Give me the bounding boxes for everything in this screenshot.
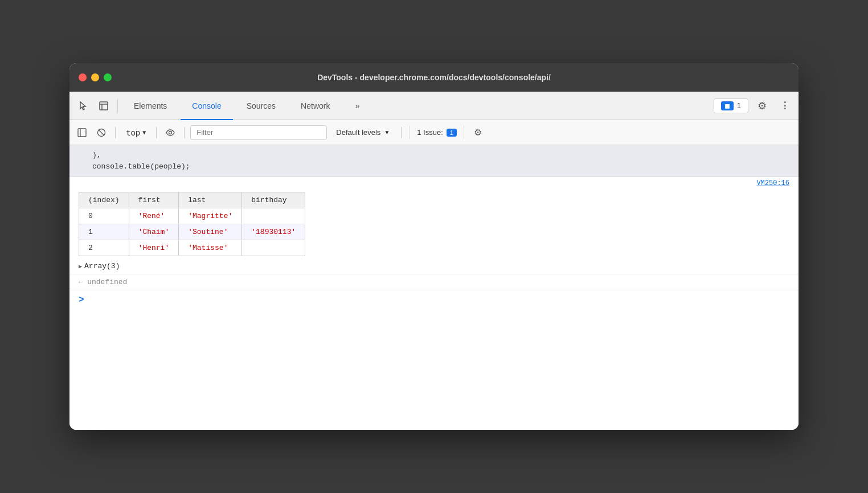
inspect-svg [99,101,109,111]
sidebar-toggle-icon[interactable] [74,125,90,141]
svg-point-7 [169,131,172,134]
toolbar-divider-3 [184,127,185,138]
console-code-block: ), console.table(people); [69,145,799,177]
cell-last-0: 'Magritte' [179,208,242,224]
cursor-svg [78,101,88,111]
console-table: (index) first last birthday 0 'René' 'Ma… [79,192,305,256]
cell-index-1: 1 [79,224,129,240]
tab-network[interactable]: Network [289,92,341,120]
cell-birthday-1: '18930113' [242,224,305,240]
traffic-lights [79,73,112,81]
toolbar-divider-2 [156,127,157,138]
issue-icon: ◼ [721,101,734,110]
toolbar-divider-4 [401,127,402,138]
col-header-last: last [179,192,242,208]
console-prompt[interactable]: > [69,290,799,310]
inspect-icon[interactable] [95,97,113,115]
code-line-1: ), [92,150,789,161]
col-header-birthday: birthday [242,192,305,208]
undefined-value: undefined [87,278,127,286]
expand-triangle-icon: ▶ [79,263,82,270]
cell-birthday-0 [242,208,305,224]
tab-console[interactable]: Console [181,92,232,120]
close-button[interactable] [79,73,87,81]
filter-input[interactable] [190,125,327,140]
levels-dropdown-arrow: ▼ [384,129,390,135]
cell-first-2: 'Henri' [129,240,179,256]
tab-right-controls: ◼ 1 ⚙ ⋮ [714,97,794,115]
vm-link[interactable]: VM250:16 [69,177,799,190]
svg-rect-3 [78,129,86,137]
table-row: 2 'Henri' 'Matisse' [79,240,305,256]
tab-divider-1 [117,99,118,113]
table-row: 1 'Chaim' 'Soutine' '18930113' [79,224,305,240]
svg-line-6 [99,130,104,135]
cell-first-1: 'Chaim' [129,224,179,240]
col-header-index: (index) [79,192,129,208]
issue-count-badge: 1 [447,129,457,137]
col-header-first: first [129,192,179,208]
cell-birthday-2 [242,240,305,256]
context-selector[interactable]: top ▼ [121,126,150,139]
window-title: DevTools - developer.chrome.com/docs/dev… [317,73,551,82]
cell-last-2: 'Matisse' [179,240,242,256]
array-label: Array(3) [84,262,120,270]
console-settings-icon[interactable]: ⚙ [470,125,486,141]
dropdown-arrow-icon: ▼ [142,129,146,135]
tab-bar: Elements Console Sources Network » ◼ 1 ⚙… [69,92,799,120]
clear-console-icon[interactable] [93,125,109,141]
table-row: 0 'René' 'Magritte' [79,208,305,224]
maximize-button[interactable] [104,73,112,81]
more-options-icon[interactable]: ⋮ [776,97,794,115]
undefined-row: ← undefined [69,274,799,290]
issue-badge-button[interactable]: ◼ 1 [714,98,748,113]
cell-index-2: 2 [79,240,129,256]
log-levels-selector[interactable]: Default levels ▼ [330,126,395,139]
console-toolbar: top ▼ Default levels ▼ 1 Issue: 1 ⚙ [69,120,799,145]
cell-last-1: 'Soutine' [179,224,242,240]
devtools-window: DevTools - developer.chrome.com/docs/dev… [69,63,799,430]
minimize-button[interactable] [91,73,99,81]
settings-icon[interactable]: ⚙ [753,97,771,115]
array-expand-row[interactable]: ▶ Array(3) [69,258,799,274]
svg-rect-0 [100,102,108,110]
toolbar-divider-1 [115,127,116,138]
title-bar: DevTools - developer.chrome.com/docs/dev… [69,63,799,92]
prompt-chevron-icon: > [79,295,84,305]
tab-more[interactable]: » [343,92,371,120]
cell-index-0: 0 [79,208,129,224]
cell-first-0: 'René' [129,208,179,224]
issue-count-button[interactable]: 1 Issue: 1 [410,126,464,139]
return-arrow-icon: ← [79,278,83,286]
console-output: ), console.table(people); VM250:16 (inde… [69,145,799,430]
code-line-2: console.table(people); [92,161,789,172]
tab-sources[interactable]: Sources [235,92,287,120]
eye-icon[interactable] [162,125,178,141]
tab-elements[interactable]: Elements [122,92,178,120]
cursor-icon[interactable] [74,97,92,115]
